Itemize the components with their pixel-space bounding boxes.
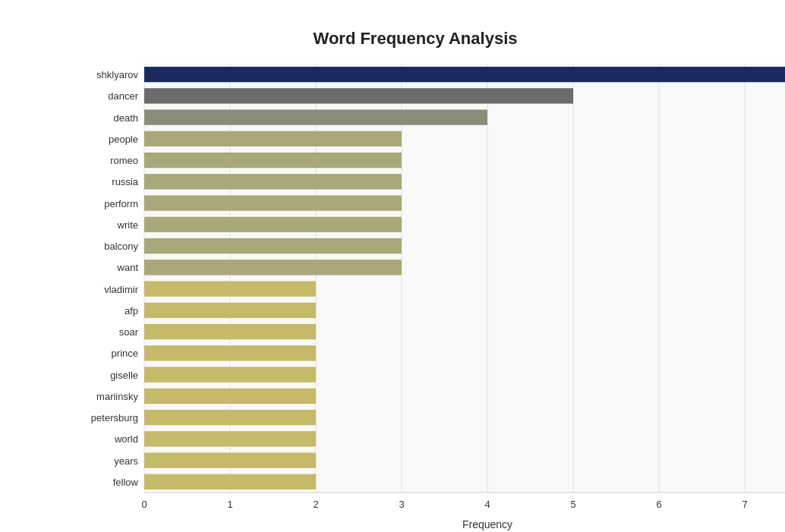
x-axis-label: Frequency — [462, 518, 512, 530]
y-label-mariinsky: mariinsky — [96, 391, 138, 402]
svg-text:0: 0 — [141, 499, 147, 510]
svg-text:6: 6 — [656, 499, 661, 510]
bar-perform — [144, 195, 402, 210]
bar-romeo — [144, 153, 402, 168]
bar-shklyarov — [144, 67, 785, 82]
y-label-world: world — [114, 433, 138, 445]
chart-title: Word Frequency Analysis — [68, 15, 762, 56]
bar-prince — [144, 345, 316, 360]
bar-write — [144, 217, 402, 232]
bar-dancer — [144, 88, 573, 103]
y-label-afp: afp — [125, 305, 138, 316]
bar-death — [144, 109, 487, 124]
svg-rect-0 — [144, 64, 785, 493]
bar-fellow — [144, 474, 316, 490]
bar-world — [144, 431, 316, 446]
y-label-write: write — [117, 219, 138, 231]
bar-mariinsky — [144, 389, 316, 404]
y-label-vladimir: vladimir — [104, 284, 138, 295]
svg-text:3: 3 — [399, 499, 404, 510]
chart-svg: 012345678shklyarovdancerdeathpeopleromeo… — [68, 56, 785, 532]
chart-container: Word Frequency Analysis012345678shklyaro… — [0, 0, 785, 532]
bar-afp — [144, 303, 316, 318]
bar-petersburg — [144, 410, 316, 425]
bar-years — [144, 452, 316, 467]
bar-russia — [144, 174, 402, 189]
svg-text:4: 4 — [484, 499, 490, 510]
y-label-russia: russia — [112, 176, 138, 187]
y-label-prince: prince — [112, 348, 138, 359]
y-label-years: years — [114, 455, 138, 467]
y-label-death: death — [113, 112, 138, 124]
y-label-people: people — [109, 134, 138, 145]
bar-people — [144, 131, 402, 146]
y-label-shklyarov: shklyarov — [96, 69, 138, 80]
bar-want — [144, 260, 402, 275]
y-label-giselle: giselle — [110, 370, 138, 381]
bar-soar — [144, 324, 316, 339]
svg-text:1: 1 — [227, 499, 232, 510]
y-label-fellow: fellow — [113, 477, 139, 488]
y-label-dancer: dancer — [108, 90, 138, 102]
svg-text:2: 2 — [313, 499, 318, 510]
svg-text:5: 5 — [570, 499, 575, 510]
y-label-want: want — [117, 262, 139, 273]
svg-text:7: 7 — [742, 499, 747, 510]
bar-vladimir — [144, 281, 316, 296]
bar-giselle — [144, 367, 316, 382]
y-label-petersburg: petersburg — [91, 412, 138, 423]
bar-balcony — [144, 238, 402, 253]
y-label-soar: soar — [119, 326, 139, 338]
y-label-romeo: romeo — [110, 155, 138, 166]
y-label-perform: perform — [104, 198, 138, 209]
y-label-balcony: balcony — [104, 241, 138, 252]
